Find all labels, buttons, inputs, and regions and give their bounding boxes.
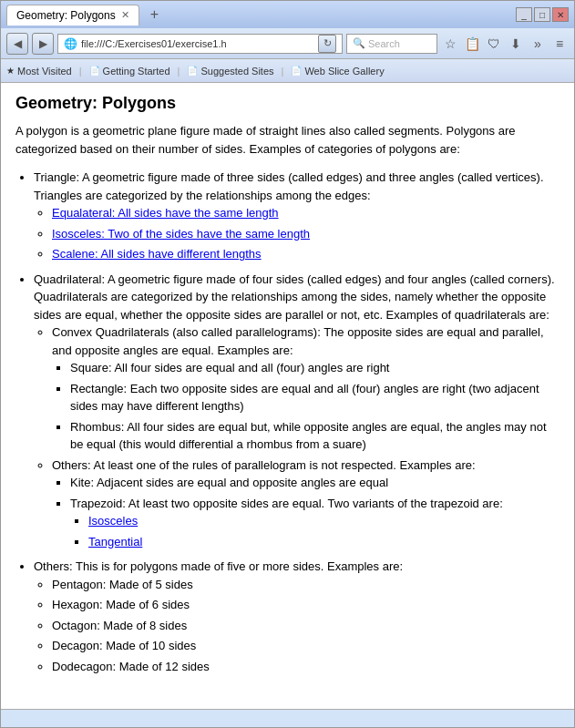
refresh-button[interactable]: ↻ bbox=[318, 35, 336, 53]
toolbar-icons: ☆ 📋 🛡 ⬇ » ≡ bbox=[441, 35, 569, 53]
title-bar-left: Geometry: Polygons ✕ + bbox=[6, 5, 164, 26]
address-bar[interactable]: 🌐 file:///C:/Exercises01/exercise1.h ↻ bbox=[57, 34, 343, 54]
list-item: Equalateral: All sides have the same len… bbox=[52, 204, 560, 222]
others-quad-sub-list: Kite: Adjacent sides are equal and oppos… bbox=[70, 474, 560, 550]
minimize-button[interactable]: _ bbox=[516, 7, 532, 22]
list-item-decagon: Decagon: Made of 10 sides bbox=[52, 637, 560, 655]
triangle-sub-list: Equalateral: All sides have the same len… bbox=[52, 204, 560, 263]
main-list: Triangle: A geometric figure made of thr… bbox=[34, 169, 560, 675]
others-text: Others: This is for polygons made of fiv… bbox=[34, 559, 403, 573]
getting-started-icon: 📄 bbox=[89, 66, 100, 76]
quadrilateral-sub-list: Convex Quadrilaterals (also called paral… bbox=[52, 323, 560, 550]
fav-getting-started-label: Getting Started bbox=[103, 66, 170, 77]
browser-window: Geometry: Polygons ✕ + _ □ ✕ ◀ ▶ 🌐 file:… bbox=[0, 0, 575, 728]
dodecagon-text: Dodecagon: Made of 12 sides bbox=[52, 660, 210, 673]
trapezoid-sub-list: Isosceles Tangential bbox=[88, 512, 560, 550]
list-item: Isosceles: Two of the sides have the sam… bbox=[52, 225, 560, 243]
forward-button[interactable]: ▶ bbox=[32, 33, 54, 55]
list-item-dodecagon: Dodecagon: Made of 12 sides bbox=[52, 658, 560, 676]
fav-suggested-sites-label: Suggested Sites bbox=[200, 66, 273, 77]
list-item-rectangle: Rectangle: Each two opposite sides are e… bbox=[70, 380, 560, 415]
list-item-pentagon: Pentagon: Made of 5 sides bbox=[52, 576, 560, 594]
safety-icon[interactable]: 🛡 bbox=[485, 35, 503, 53]
quadrilateral-text: Quadrilateral: A geometric figure made o… bbox=[34, 272, 555, 322]
toolbar: ◀ ▶ 🌐 file:///C:/Exercises01/exercise1.h… bbox=[1, 28, 574, 59]
tab-close-icon[interactable]: ✕ bbox=[121, 9, 129, 21]
download-icon[interactable]: ⬇ bbox=[507, 35, 525, 53]
rectangle-text: Rectangle: Each two opposite sides are e… bbox=[70, 382, 539, 414]
page-content: Geometry: Polygons A polygon is a geomet… bbox=[1, 83, 574, 709]
fav-web-slice-gallery[interactable]: 📄 Web Slice Gallery bbox=[291, 66, 384, 77]
list-item-convex: Convex Quadrilaterals (also called paral… bbox=[52, 323, 560, 454]
back-button[interactable]: ◀ bbox=[6, 33, 28, 55]
fav-most-visited[interactable]: ★ Most Visited bbox=[6, 66, 72, 77]
fav-getting-started[interactable]: 📄 Getting Started bbox=[89, 66, 170, 77]
triangle-text: Triangle: A geometric figure made of thr… bbox=[34, 170, 544, 202]
list-item-quadrilateral: Quadrilateral: A geometric figure made o… bbox=[34, 271, 560, 551]
convex-sub-list: Square: All four sides are equal and all… bbox=[70, 359, 560, 454]
list-item-square: Square: All four sides are equal and all… bbox=[70, 359, 560, 377]
decagon-text: Decagon: Made of 10 sides bbox=[52, 639, 196, 652]
others-sub-list: Pentagon: Made of 5 sides Hexagon: Made … bbox=[52, 576, 560, 676]
settings-icon[interactable]: ≡ bbox=[550, 35, 569, 53]
search-placeholder: Search bbox=[368, 38, 400, 49]
list-item-tangential: Tangential bbox=[88, 533, 560, 551]
equalateral-link[interactable]: Equalateral: All sides have the same len… bbox=[52, 206, 279, 220]
list-item-rhombus: Rhombus: All four sides are equal but, w… bbox=[70, 418, 560, 454]
maximize-button[interactable]: □ bbox=[534, 7, 550, 22]
isosceles-link[interactable]: Isosceles: Two of the sides have the sam… bbox=[52, 227, 310, 241]
octagon-text: Octagon: Made of 8 sides bbox=[52, 619, 187, 632]
fav-web-slice-label: Web Slice Gallery bbox=[304, 66, 384, 77]
close-button[interactable]: ✕ bbox=[552, 7, 569, 22]
new-tab-button[interactable]: + bbox=[145, 5, 164, 25]
search-box[interactable]: 🔍 Search bbox=[346, 34, 437, 54]
list-item-kite: Kite: Adjacent sides are equal and oppos… bbox=[70, 474, 560, 492]
list-item-isosceles: Isosceles bbox=[88, 512, 560, 530]
favorites-bar: ★ Most Visited | 📄 Getting Started | 📄 S… bbox=[1, 59, 574, 83]
list-item: Scalene: All sides have different length… bbox=[52, 245, 560, 263]
fav-separator-2: | bbox=[178, 66, 180, 77]
pentagon-text: Pentagon: Made of 5 sides bbox=[52, 578, 193, 591]
list-item-hexagon: Hexagon: Made of 6 sides bbox=[52, 596, 560, 614]
search-icon: 🔍 bbox=[353, 37, 365, 49]
square-text: Square: All four sides are equal and all… bbox=[70, 361, 389, 374]
status-bar bbox=[1, 709, 574, 727]
suggested-sites-icon: 📄 bbox=[187, 66, 198, 76]
rhombus-text: Rhombus: All four sides are equal but, w… bbox=[70, 420, 547, 452]
favorites-icon[interactable]: ☆ bbox=[441, 35, 459, 53]
list-item-octagon: Octagon: Made of 8 sides bbox=[52, 617, 560, 635]
most-visited-icon: ★ bbox=[6, 66, 15, 76]
tab-label: Geometry: Polygons bbox=[16, 9, 116, 22]
more-tools-icon[interactable]: » bbox=[529, 35, 547, 53]
fav-separator-1: | bbox=[79, 66, 82, 77]
convex-text: Convex Quadrilaterals (also called paral… bbox=[52, 325, 544, 357]
kite-text: Kite: Adjacent sides are equal and oppos… bbox=[70, 476, 388, 489]
list-item-others-quad: Others: At least one of the rules of par… bbox=[52, 456, 560, 551]
isosceles-trap-link[interactable]: Isosceles bbox=[88, 514, 138, 528]
intro-paragraph: A polygon is a geometric plane figure ma… bbox=[15, 122, 560, 158]
list-item-trapezoid: Trapezoid: At least two opposite sides a… bbox=[70, 495, 560, 551]
fav-suggested-sites[interactable]: 📄 Suggested Sites bbox=[187, 66, 273, 77]
pinned-sites-icon[interactable]: 📋 bbox=[463, 35, 481, 53]
list-item-others: Others: This is for polygons made of fiv… bbox=[34, 558, 560, 675]
window-controls: _ □ ✕ bbox=[516, 7, 569, 22]
tangential-link[interactable]: Tangential bbox=[88, 535, 142, 549]
scalene-link[interactable]: Scalene: All sides have different length… bbox=[52, 247, 262, 261]
others-quad-text: Others: At least one of the rules of par… bbox=[52, 458, 476, 472]
title-bar: Geometry: Polygons ✕ + _ □ ✕ bbox=[1, 1, 574, 28]
fav-most-visited-label: Most Visited bbox=[17, 66, 72, 77]
hexagon-text: Hexagon: Made of 6 sides bbox=[52, 598, 190, 611]
active-tab[interactable]: Geometry: Polygons ✕ bbox=[6, 5, 139, 26]
address-text: file:///C:/Exercises01/exercise1.h bbox=[81, 38, 314, 49]
fav-separator-3: | bbox=[282, 66, 284, 77]
web-slice-icon: 📄 bbox=[291, 66, 302, 76]
trapezoid-text: Trapezoid: At least two opposite sides a… bbox=[70, 497, 503, 510]
list-item-triangle: Triangle: A geometric figure made of thr… bbox=[34, 169, 560, 263]
page-title: Geometry: Polygons bbox=[15, 94, 560, 113]
